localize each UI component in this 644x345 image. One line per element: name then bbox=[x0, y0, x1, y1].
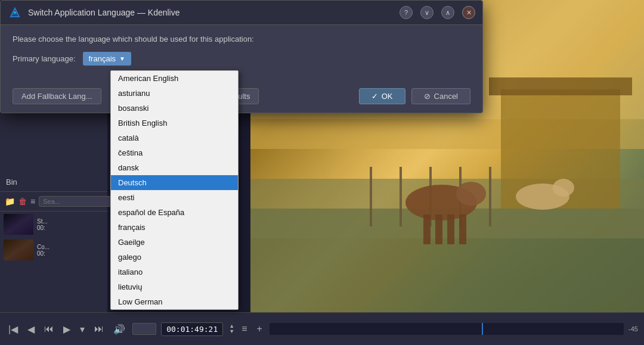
svg-point-22 bbox=[14, 11, 16, 14]
dropdown-item[interactable]: lietuvių bbox=[111, 279, 238, 294]
cancel-label: Cancel bbox=[434, 92, 458, 101]
step-back-icon[interactable]: ◀ bbox=[25, 322, 37, 336]
play-button[interactable]: ▶ bbox=[61, 322, 73, 336]
dialog-titlebar: Switch Application Language — Kdenlive ?… bbox=[1, 1, 482, 25]
next-frame-icon[interactable]: ⏭ bbox=[92, 322, 106, 335]
language-dialog: Switch Application Language — Kdenlive ?… bbox=[0, 0, 483, 113]
delete-clip-icon[interactable]: 🗑 bbox=[18, 195, 27, 207]
dropdown-item[interactable]: dansk bbox=[111, 160, 238, 175]
play-dropdown-icon[interactable]: ▾ bbox=[78, 322, 87, 336]
add-track-icon[interactable]: + bbox=[255, 322, 265, 335]
dropdown-item[interactable]: Deutsch bbox=[111, 175, 238, 190]
bin-toolbar: 📁 🗑 ≡ bbox=[0, 192, 107, 212]
clip-item-1[interactable]: St... 00: bbox=[0, 212, 107, 237]
dropdown-item[interactable]: eesti bbox=[111, 190, 238, 205]
timecode-stepper[interactable]: ▲ ▼ bbox=[229, 324, 234, 334]
minimize-button[interactable]: ∨ bbox=[420, 6, 434, 19]
close-button[interactable]: ✕ bbox=[462, 6, 475, 19]
cancel-check-icon: ⊘ bbox=[424, 92, 431, 101]
clip-time-1: 00: bbox=[37, 225, 48, 231]
volume-icon[interactable]: 🔊 bbox=[111, 322, 128, 336]
language-select-button[interactable]: français ▼ bbox=[83, 52, 131, 66]
clip-item-2[interactable]: Co... 00: bbox=[0, 237, 107, 263]
bin-label: Bin bbox=[0, 173, 107, 192]
timeline-bar: |◀ ◀ ⏮ ▶ ▾ ⏭ 🔊 00:01:49:21 ▲ ▼ ≡ + -45 bbox=[0, 312, 644, 345]
dropdown-item[interactable]: français bbox=[111, 220, 238, 235]
go-to-start-icon[interactable]: |◀ bbox=[6, 322, 20, 336]
ok-check-icon: ✓ bbox=[371, 92, 378, 101]
dropdown-item[interactable]: asturianu bbox=[111, 86, 238, 101]
dropdown-item[interactable]: español de España bbox=[111, 205, 238, 220]
add-fallback-button[interactable]: Add Fallback Lang... bbox=[13, 88, 101, 104]
dropdown-item[interactable]: italiano bbox=[111, 265, 238, 279]
language-dropdown[interactable]: American EnglishasturianubosanskiBritish… bbox=[110, 70, 239, 310]
dialog-content: Please choose the language which should … bbox=[1, 25, 482, 82]
selected-language-text: français bbox=[89, 54, 116, 63]
add-clip-icon[interactable]: 📁 bbox=[5, 195, 15, 207]
primary-language-row: Primary language: français ▼ bbox=[13, 52, 470, 66]
timecode-display: 00:01:49:21 bbox=[161, 322, 223, 336]
volume-slider[interactable] bbox=[132, 323, 156, 335]
dropdown-item[interactable]: bosanski bbox=[111, 101, 238, 116]
dialog-footer: Add Fallback Lang... Defaults ✓ OK ⊘ Can… bbox=[1, 82, 482, 113]
dropdown-item[interactable]: British English bbox=[111, 116, 238, 130]
clip-thumbnail-2 bbox=[4, 240, 33, 260]
timeline-end-label: -45 bbox=[628, 325, 638, 332]
dropdown-item[interactable]: català bbox=[111, 130, 238, 145]
ok-label: OK bbox=[382, 92, 393, 101]
playhead bbox=[482, 323, 483, 335]
dropdown-item[interactable]: galego bbox=[111, 250, 238, 265]
menu-icon[interactable]: ≡ bbox=[239, 322, 249, 335]
properties-icon[interactable]: ≡ bbox=[30, 195, 35, 207]
maximize-button[interactable]: ∧ bbox=[441, 6, 454, 19]
clip-time-2: 00: bbox=[37, 250, 49, 257]
dropdown-item[interactable]: čeština bbox=[111, 145, 238, 160]
kdenlive-icon bbox=[8, 5, 22, 20]
clip-name-1: St... bbox=[37, 218, 48, 225]
dropdown-arrow-icon: ▼ bbox=[119, 55, 125, 62]
help-button[interactable]: ? bbox=[400, 6, 413, 19]
clip-thumbnail-1 bbox=[4, 214, 33, 235]
dialog-description: Please choose the language which should … bbox=[13, 35, 470, 43]
dropdown-item[interactable]: Gaeilge bbox=[111, 235, 238, 250]
ok-button[interactable]: ✓ OK bbox=[359, 88, 405, 104]
prev-frame-icon[interactable]: ⏮ bbox=[42, 322, 56, 335]
dropdown-item[interactable]: Low German bbox=[111, 294, 238, 309]
cancel-button[interactable]: ⊘ Cancel bbox=[411, 88, 470, 104]
dialog-overlay: Switch Application Language — Kdenlive ?… bbox=[0, 0, 489, 155]
dialog-title: Switch Application Language — Kdenlive bbox=[28, 8, 392, 17]
clip-name-2: Co... bbox=[37, 244, 49, 250]
primary-language-label: Primary language: bbox=[13, 54, 76, 63]
dropdown-item[interactable]: American English bbox=[111, 71, 238, 86]
timeline-track[interactable] bbox=[270, 323, 624, 335]
